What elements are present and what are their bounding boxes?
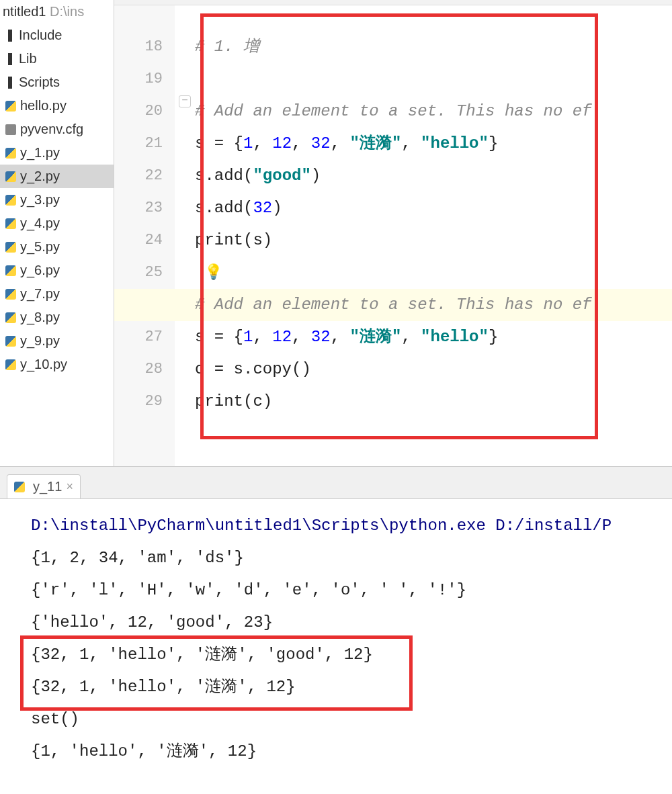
folder-item[interactable]: Lib bbox=[0, 47, 114, 71]
output-panel: y_11 × D:\install\PyCharm\untitled1\Scri… bbox=[0, 467, 672, 794]
folder-icon bbox=[8, 30, 12, 42]
code-line[interactable]: print(s) bbox=[195, 224, 672, 257]
project-path: D:\ins bbox=[50, 4, 84, 19]
output-line: {1, 'hello', '涟漪', 12} bbox=[31, 736, 665, 768]
python-icon bbox=[5, 289, 16, 300]
python-icon bbox=[5, 195, 16, 206]
project-header[interactable]: ntitled1 D:\ins bbox=[0, 0, 114, 24]
file-item[interactable]: y_8.py bbox=[0, 306, 114, 329]
file-label: y_3.py bbox=[20, 192, 60, 208]
code-line[interactable]: s = {1, 12, 32, "涟漪", "hello"} bbox=[195, 128, 672, 160]
file-item[interactable]: y_1.py bbox=[0, 141, 114, 165]
line-gutter: 181920212223242526272829 bbox=[114, 5, 175, 466]
python-icon bbox=[5, 336, 16, 347]
file-label: y_2.py bbox=[20, 169, 60, 184]
code-line[interactable]: 💡 bbox=[195, 257, 672, 289]
output-line: set() bbox=[31, 703, 665, 736]
close-icon[interactable]: × bbox=[66, 480, 73, 494]
file-item[interactable]: pyvenv.cfg bbox=[0, 118, 114, 141]
code-line[interactable]: print(c) bbox=[195, 386, 672, 418]
file-item[interactable]: hello.py bbox=[0, 94, 114, 118]
python-icon bbox=[5, 359, 16, 370]
output-line: {32, 1, 'hello', '涟漪', 'good', 12} bbox=[31, 639, 665, 671]
file-item[interactable]: y_3.py bbox=[0, 188, 114, 212]
code-line[interactable]: # 1. 增 bbox=[195, 31, 672, 63]
fold-icon[interactable]: − bbox=[179, 95, 191, 107]
code-line[interactable]: c = s.copy() bbox=[195, 353, 672, 386]
file-label: y_10.py bbox=[20, 357, 67, 372]
project-name: ntitled1 bbox=[3, 4, 46, 19]
output-line: {1, 2, 34, 'am', 'ds'} bbox=[31, 542, 665, 574]
output-tab-label: y_11 bbox=[33, 479, 62, 494]
output-line: {'hello', 12, 'good', 23} bbox=[31, 607, 665, 639]
file-label: y_9.py bbox=[20, 333, 60, 349]
file-item[interactable]: y_2.py bbox=[0, 165, 114, 188]
line-number: 28 bbox=[114, 353, 163, 386]
file-item[interactable]: y_4.py bbox=[0, 212, 114, 235]
folder-label: Scripts bbox=[19, 75, 60, 90]
file-label: y_4.py bbox=[20, 216, 60, 231]
python-icon bbox=[5, 265, 16, 276]
code-line[interactable]: s.add(32) bbox=[195, 192, 672, 224]
output-content[interactable]: D:\install\PyCharm\untitled1\Scripts\pyt… bbox=[0, 499, 672, 779]
output-line: {'r', 'l', 'H', 'w', 'd', 'e', 'o', ' ',… bbox=[31, 574, 665, 607]
python-icon bbox=[5, 101, 16, 112]
tree: IncludeLibScriptshello.pypyvenv.cfgy_1.p… bbox=[0, 24, 114, 376]
output-tabs: y_11 × bbox=[0, 467, 672, 499]
file-label: y_6.py bbox=[20, 263, 60, 278]
folder-icon bbox=[8, 53, 12, 65]
line-number: 22 bbox=[114, 160, 163, 192]
editor-area: 181920212223242526272829 # 1. 增−# Add an… bbox=[114, 0, 672, 466]
line-number: 23 bbox=[114, 192, 163, 224]
python-icon bbox=[5, 312, 16, 323]
code-line[interactable]: s = {1, 12, 32, "涟漪", "hello"} bbox=[195, 321, 672, 353]
line-number: 27 bbox=[114, 321, 163, 353]
code-line[interactable]: # Add an element to a set. This has no e… bbox=[114, 289, 672, 321]
python-icon bbox=[14, 482, 25, 492]
line-number: 29 bbox=[114, 386, 163, 418]
python-icon bbox=[5, 242, 16, 253]
line-number: 18 bbox=[114, 31, 163, 63]
file-label: y_5.py bbox=[20, 239, 60, 255]
folder-label: Lib bbox=[19, 51, 37, 67]
line-number: 19 bbox=[114, 63, 163, 95]
output-path-line: D:\install\PyCharm\untitled1\Scripts\pyt… bbox=[31, 510, 665, 542]
folder-item[interactable]: Scripts bbox=[0, 71, 114, 94]
line-number: 24 bbox=[114, 224, 163, 257]
editor-tabs-bar[interactable] bbox=[114, 0, 672, 5]
file-item[interactable]: y_10.py bbox=[0, 353, 114, 376]
file-label: y_1.py bbox=[20, 145, 60, 161]
code-area[interactable]: # 1. 增−# Add an element to a set. This h… bbox=[175, 5, 672, 466]
config-icon bbox=[5, 124, 16, 135]
file-item[interactable]: y_6.py bbox=[0, 259, 114, 282]
output-line: {32, 1, 'hello', '涟漪', 12} bbox=[31, 671, 665, 703]
folder-label: Include bbox=[19, 28, 62, 43]
file-item[interactable]: y_5.py bbox=[0, 235, 114, 259]
file-label: y_7.py bbox=[20, 286, 60, 302]
line-number: 25 bbox=[114, 257, 163, 289]
python-icon bbox=[5, 218, 16, 229]
folder-item[interactable]: Include bbox=[0, 24, 114, 47]
file-label: y_8.py bbox=[20, 310, 60, 325]
file-item[interactable]: y_7.py bbox=[0, 282, 114, 306]
file-item[interactable]: y_9.py bbox=[0, 329, 114, 353]
line-number: 21 bbox=[114, 128, 163, 160]
top-area: ntitled1 D:\ins IncludeLibScriptshello.p… bbox=[0, 0, 672, 467]
line-number: 20 bbox=[114, 95, 163, 128]
folder-icon bbox=[8, 77, 12, 89]
project-sidebar: ntitled1 D:\ins IncludeLibScriptshello.p… bbox=[0, 0, 114, 466]
python-icon bbox=[5, 171, 16, 182]
file-label: pyvenv.cfg bbox=[20, 122, 83, 137]
code-line[interactable] bbox=[195, 63, 672, 95]
code-line[interactable]: s.add("good") bbox=[195, 160, 672, 192]
file-label: hello.py bbox=[20, 98, 67, 114]
python-icon bbox=[5, 148, 16, 159]
output-tab[interactable]: y_11 × bbox=[7, 474, 81, 498]
code-line[interactable]: −# Add an element to a set. This has no … bbox=[195, 95, 672, 128]
